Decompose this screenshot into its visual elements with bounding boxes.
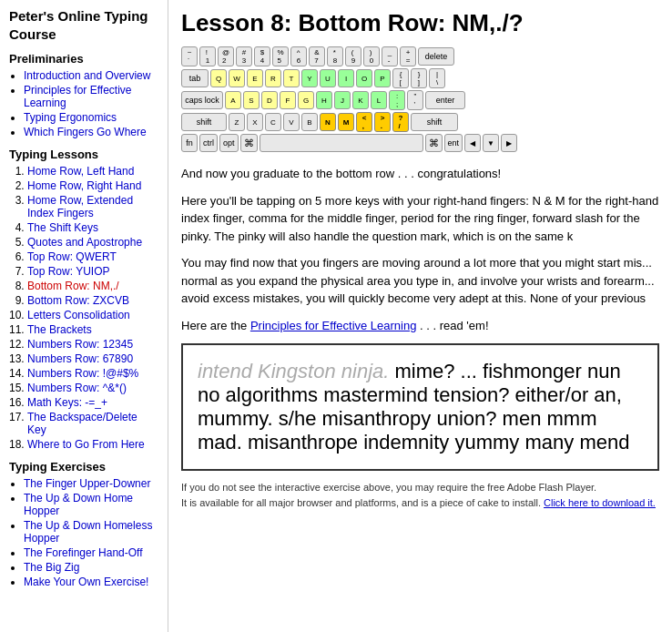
sidebar-link-lesson12[interactable]: Numbers Row: 12345 (27, 338, 133, 351)
list-item: Math Keys: -=_+ (27, 396, 158, 409)
key-f: F (280, 91, 296, 109)
key-u: U (320, 69, 336, 87)
key-ctrl: ctrl (199, 134, 218, 152)
sidebar-link-lesson11[interactable]: The Brackets (27, 323, 92, 336)
key-quote: "' (407, 90, 423, 110)
key-0: )0 (363, 46, 380, 66)
para-description-text: Here you'll be tapping on 5 more keys wi… (181, 194, 658, 243)
key-arrow-left: ◀ (464, 134, 481, 152)
list-item: The Brackets (27, 323, 158, 336)
principles-link[interactable]: Principles for Effective Learning (250, 319, 417, 332)
sidebar-link-lesson5[interactable]: Quotes and Apostrophe (27, 236, 142, 249)
key-capslock: caps lock (181, 91, 223, 109)
flash-note-line1: If you do not see the interactive exerci… (181, 482, 596, 493)
sidebar-link-ex4[interactable]: The Forefinger Hand-Off (24, 546, 143, 559)
sidebar-section-preliminaries: Preliminaries (9, 52, 158, 66)
list-item: Top Row: QWERT (27, 250, 158, 263)
keyboard-row-numbers: ~` !1 @2 #3 $4 %5 ^6 &7 *8 (9 )0 _- += d… (181, 46, 659, 66)
exercise-box[interactable]: intend Kingston ninja. mime? ... fishmon… (181, 343, 659, 471)
key-cmd-right: ⌘ (425, 134, 443, 152)
key-2: @2 (218, 46, 234, 66)
key-e: E (247, 69, 263, 87)
key-p: P (374, 69, 391, 87)
sidebar-link-lesson1[interactable]: Home Row, Left Hand (27, 165, 134, 178)
lessons-list: Home Row, Left Hand Home Row, Right Hand… (9, 165, 158, 451)
key-comma: <, (356, 112, 372, 132)
sidebar-link-lesson8-current: Bottom Row: NM,./ (27, 280, 119, 292)
key-q: Q (210, 69, 227, 87)
key-g: G (298, 91, 314, 109)
list-item: Which Fingers Go Where (24, 126, 158, 138)
key-cmd-left: ⌘ (240, 134, 258, 152)
key-5: %5 (272, 46, 289, 66)
sidebar-link-lesson15[interactable]: Numbers Row: ^&*() (27, 382, 127, 394)
key-6: ^6 (290, 46, 307, 66)
sidebar-link-lesson10[interactable]: Letters Consolidation (27, 309, 130, 321)
key-equals: += (400, 46, 416, 66)
key-l: L (371, 91, 387, 109)
flash-download-link[interactable]: Click here to download it. (544, 497, 656, 508)
sidebar-link-lesson16[interactable]: Math Keys: -=_+ (27, 396, 107, 409)
exercise-hint-text: intend Kingston ninja. (198, 360, 389, 382)
key-i: I (338, 69, 354, 87)
key-fn: fn (181, 134, 198, 152)
sidebar-link-ex2[interactable]: The Up & Down Home Hopper (24, 492, 133, 517)
sidebar-link-lesson13[interactable]: Numbers Row: 67890 (27, 352, 133, 365)
sidebar-link-ex5[interactable]: The Big Zig (24, 561, 79, 574)
key-7: &7 (309, 46, 325, 66)
key-x: X (247, 113, 263, 131)
key-8: *8 (327, 46, 343, 66)
key-b: B (301, 113, 318, 131)
sidebar-link-lesson14[interactable]: Numbers Row: !@#$% (27, 367, 138, 380)
sidebar-link-principles[interactable]: Principles for Effective Learning (24, 84, 132, 109)
key-j: J (334, 91, 351, 109)
sidebar-link-fingers[interactable]: Which Fingers Go Where (24, 126, 147, 138)
key-period: >. (374, 112, 391, 132)
key-opt: opt (219, 134, 239, 152)
sidebar-link-ex1[interactable]: The Finger Upper-Downer (24, 477, 150, 490)
sidebar-title: Peter's Online Typing Course (9, 7, 158, 43)
para-wrists: You may find now that you fingers are mo… (181, 254, 659, 308)
sidebar-link-lesson3[interactable]: Home Row, Extended Index Fingers (27, 194, 133, 219)
sidebar-link-ergonomics[interactable]: Typing Ergonomics (24, 111, 117, 124)
para-principles-prefix: Here are the (181, 319, 250, 332)
list-item: Letters Consolidation (27, 309, 158, 321)
sidebar-link-lesson4[interactable]: The Shift Keys (27, 221, 98, 234)
sidebar-link-lesson7[interactable]: Top Row: YUIOP (27, 265, 109, 278)
sidebar-link-lesson9[interactable]: Bottom Row: ZXCVB (27, 294, 129, 307)
list-item: The Forefinger Hand-Off (24, 546, 158, 559)
lesson-title: Lesson 8: Bottom Row: NM,./? (181, 9, 659, 37)
key-ent: ent (444, 134, 463, 152)
list-item: Numbers Row: ^&*() (27, 382, 158, 394)
list-item: Quotes and Apostrophe (27, 236, 158, 249)
sidebar: Peter's Online Typing Course Preliminari… (0, 0, 168, 632)
key-y: Y (301, 69, 318, 87)
key-m: M (338, 113, 354, 131)
key-n: N (320, 113, 336, 131)
key-c: C (265, 113, 281, 131)
key-4: $4 (254, 46, 270, 66)
para-wrists-text: You may find now that you fingers are mo… (181, 256, 655, 305)
keyboard-row-bottom: fn ctrl opt ⌘ ⌘ ent ◀ ▼ ▶ (181, 134, 659, 152)
key-tab: tab (181, 69, 209, 87)
list-item: Introduction and Overview (24, 69, 158, 82)
key-slash: ?/ (392, 112, 409, 132)
sidebar-link-lesson17[interactable]: The Backspace/Delete Key (27, 411, 137, 436)
key-s: S (243, 91, 260, 109)
key-spacebar (260, 134, 423, 152)
key-bracket-close: }] (411, 68, 427, 88)
sidebar-link-ex3[interactable]: The Up & Down Homeless Hopper (24, 519, 152, 545)
sidebar-link-ex6[interactable]: Make Your Own Exercise! (24, 576, 148, 588)
list-item: The Shift Keys (27, 221, 158, 234)
list-item: The Backspace/Delete Key (27, 411, 158, 436)
list-item: Bottom Row: ZXCVB (27, 294, 158, 307)
key-3: #3 (236, 46, 252, 66)
key-enter: enter (425, 91, 465, 109)
list-item: Principles for Effective Learning (24, 84, 158, 109)
flash-note-line2: It is available for all major browser an… (181, 497, 541, 508)
key-v: V (283, 113, 300, 131)
sidebar-link-lesson6[interactable]: Top Row: QWERT (27, 250, 117, 263)
sidebar-link-lesson2[interactable]: Home Row, Right Hand (27, 179, 141, 192)
sidebar-link-intro[interactable]: Introduction and Overview (24, 69, 150, 82)
sidebar-link-lesson18[interactable]: Where to Go From Here (27, 438, 145, 451)
